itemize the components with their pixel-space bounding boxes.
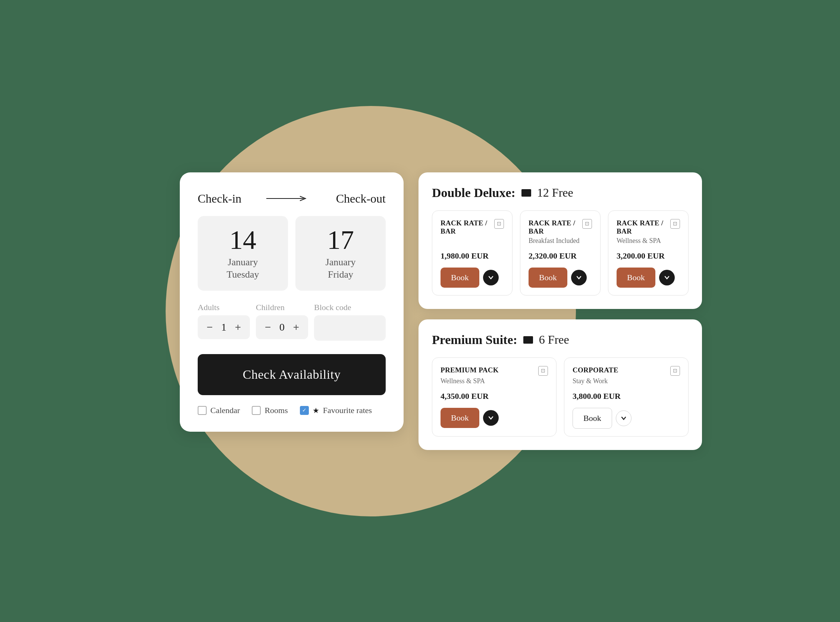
book-button-2[interactable]: Book xyxy=(528,268,567,288)
premium-suite-card: Premium Suite: 6 Free PREMIUM PACK ⊡ Wel… xyxy=(418,319,702,450)
checkout-weekday: Friday xyxy=(303,269,378,280)
premium-suite-bed-icon xyxy=(523,336,533,344)
rate-info-icon-1[interactable]: ⊡ xyxy=(494,219,504,229)
rate-name-1: RACK RATE / BAR xyxy=(441,219,494,235)
favourite-checkbox-item[interactable]: ★ Favourite rates xyxy=(300,406,372,415)
rate-card-rack-bar-1: RACK RATE / BAR ⊡ 1,980.00 EUR Book xyxy=(432,210,513,296)
checkin-month: January xyxy=(205,256,280,269)
rate-name-corporate: CORPORATE xyxy=(572,366,618,374)
adults-increment-button[interactable]: + xyxy=(233,322,242,332)
checkin-date-box[interactable]: 14 January Tuesday xyxy=(198,216,288,291)
date-header: Check-in Check-out xyxy=(198,192,386,206)
rate-desc-corporate: Stay & Work xyxy=(572,377,680,386)
calendar-checkbox[interactable] xyxy=(198,406,207,415)
block-code-label: Block code xyxy=(314,303,386,312)
double-deluxe-rates: RACK RATE / BAR ⊡ 1,980.00 EUR Book xyxy=(432,210,689,296)
adults-decrement-button[interactable]: − xyxy=(205,322,214,332)
calendar-label: Calendar xyxy=(210,406,240,415)
rate-info-icon-3[interactable]: ⊡ xyxy=(670,219,680,229)
rate-info-icon-corporate[interactable]: ⊡ xyxy=(670,366,680,376)
book-button-premium-pack[interactable]: Book xyxy=(441,408,479,428)
rate-card-rack-bar-wellness: RACK RATE / BAR ⊡ Wellness & SPA 3,200.0… xyxy=(608,210,689,296)
checkin-day-number: 14 xyxy=(205,227,280,253)
rate-card-corporate: CORPORATE ⊡ Stay & Work 3,800.00 EUR Boo… xyxy=(564,357,689,436)
book-chevron-premium-pack[interactable] xyxy=(483,410,499,426)
rate-desc-3: Wellness & SPA xyxy=(616,237,680,245)
adults-value: 1 xyxy=(221,321,227,333)
children-label: Children xyxy=(256,303,308,312)
rate-header-premium-pack: PREMIUM PACK ⊡ xyxy=(441,366,548,376)
book-chevron-corporate[interactable] xyxy=(616,410,632,426)
rate-header-corporate: CORPORATE ⊡ xyxy=(572,366,680,376)
rate-price-2: 2,320.00 EUR xyxy=(528,251,592,261)
book-button-3[interactable]: Book xyxy=(616,268,655,288)
arrow-icon xyxy=(266,195,311,202)
block-code-group: Block code xyxy=(314,303,386,341)
book-row-corporate: Book xyxy=(572,408,680,429)
double-deluxe-card: Double Deluxe: 12 Free RACK RATE / BAR ⊡… xyxy=(418,172,702,309)
booking-form: Check-in Check-out 14 January Tuesday 17… xyxy=(180,172,403,432)
rooms-checkbox-item[interactable]: Rooms xyxy=(252,406,288,415)
guests-row: Adults − 1 + Children − 0 + Block code xyxy=(198,303,386,341)
checkout-month: January xyxy=(303,256,378,269)
calendar-checkbox-item[interactable]: Calendar xyxy=(198,406,240,415)
book-row-2: Book xyxy=(528,268,592,288)
rooms-label: Rooms xyxy=(265,406,288,415)
double-deluxe-availability: 12 Free xyxy=(537,186,573,200)
premium-suite-rates: PREMIUM PACK ⊡ Wellness & SPA 4,350.00 E… xyxy=(432,357,689,436)
children-group: Children − 0 + xyxy=(256,303,308,341)
book-row-premium-pack: Book xyxy=(441,408,548,428)
children-stepper: − 0 + xyxy=(256,315,308,339)
checkin-weekday: Tuesday xyxy=(205,269,280,280)
double-deluxe-title: Double Deluxe: xyxy=(432,186,516,200)
book-chevron-1[interactable] xyxy=(483,270,499,285)
rate-info-icon-2[interactable]: ⊡ xyxy=(582,219,592,229)
rate-price-corporate: 3,800.00 EUR xyxy=(572,392,680,401)
rate-desc-1 xyxy=(441,237,504,245)
adults-group: Adults − 1 + xyxy=(198,303,250,341)
adults-label: Adults xyxy=(198,303,250,312)
double-deluxe-header: Double Deluxe: 12 Free xyxy=(432,186,689,200)
book-chevron-2[interactable] xyxy=(571,270,587,285)
premium-suite-title: Premium Suite: xyxy=(432,333,517,347)
rate-card-rack-bar-breakfast: RACK RATE / BAR ⊡ Breakfast Included 2,3… xyxy=(520,210,601,296)
checkout-date-box[interactable]: 17 January Friday xyxy=(295,216,386,291)
rate-price-3: 3,200.00 EUR xyxy=(616,251,680,261)
rate-price-1: 1,980.00 EUR xyxy=(441,251,504,261)
book-row-3: Book xyxy=(616,268,680,288)
rate-name-3: RACK RATE / BAR xyxy=(616,219,670,235)
rooms-checkbox[interactable] xyxy=(252,406,261,415)
rate-header-2: RACK RATE / BAR ⊡ xyxy=(528,219,592,235)
rate-info-icon-premium-pack[interactable]: ⊡ xyxy=(538,366,548,376)
premium-suite-header: Premium Suite: 6 Free xyxy=(432,333,689,347)
children-decrement-button[interactable]: − xyxy=(263,322,272,332)
rate-name-2: RACK RATE / BAR xyxy=(528,219,582,235)
adults-stepper: − 1 + xyxy=(198,315,250,339)
rate-header-3: RACK RATE / BAR ⊡ xyxy=(616,219,680,235)
children-value: 0 xyxy=(279,321,285,333)
rate-desc-premium-pack: Wellness & SPA xyxy=(441,377,548,386)
block-code-input[interactable] xyxy=(314,315,386,341)
check-availability-button[interactable]: Check Availability xyxy=(198,354,386,395)
book-row-1: Book xyxy=(441,268,504,288)
star-icon: ★ xyxy=(313,406,319,415)
favourite-checkbox[interactable] xyxy=(300,406,309,415)
arrow-line xyxy=(246,195,331,202)
rate-card-premium-pack: PREMIUM PACK ⊡ Wellness & SPA 4,350.00 E… xyxy=(432,357,557,436)
book-button-corporate[interactable]: Book xyxy=(572,408,612,429)
premium-suite-availability: 6 Free xyxy=(539,333,569,347)
book-chevron-3[interactable] xyxy=(659,270,675,285)
rate-price-premium-pack: 4,350.00 EUR xyxy=(441,392,548,401)
rooms-panel: Double Deluxe: 12 Free RACK RATE / BAR ⊡… xyxy=(418,172,702,450)
checkout-label: Check-out xyxy=(336,192,386,206)
date-boxes: 14 January Tuesday 17 January Friday xyxy=(198,216,386,291)
rate-desc-2: Breakfast Included xyxy=(528,237,592,245)
checkin-label: Check-in xyxy=(198,192,241,206)
double-deluxe-bed-icon xyxy=(522,189,531,197)
book-button-1[interactable]: Book xyxy=(441,268,479,288)
children-increment-button[interactable]: + xyxy=(292,322,301,332)
rate-header-1: RACK RATE / BAR ⊡ xyxy=(441,219,504,235)
rate-name-premium-pack: PREMIUM PACK xyxy=(441,366,499,374)
checkout-day-number: 17 xyxy=(303,227,378,253)
favourite-label: Favourite rates xyxy=(323,406,372,415)
